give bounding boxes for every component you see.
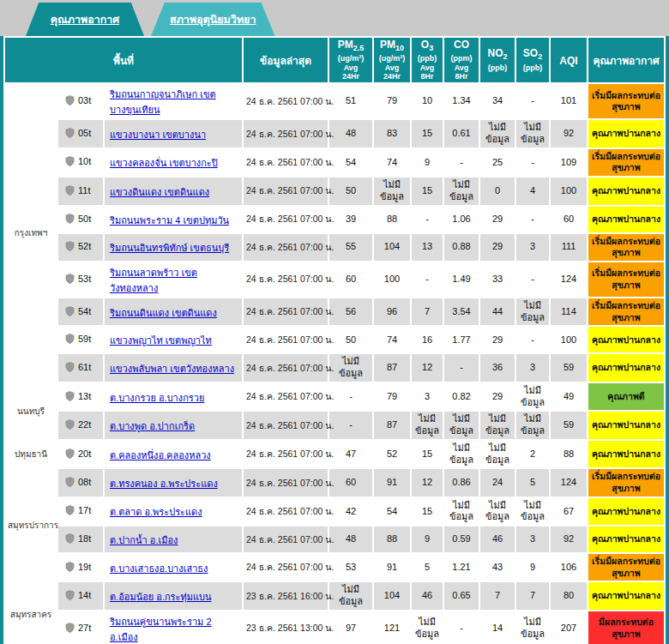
aqi-value: 92 [551, 120, 587, 147]
aqi-value: 59 [551, 412, 587, 439]
table-row: 10tแขวงคลองจั่น เขตบางกะปิ24 ธ.ค. 2561 0… [5, 149, 664, 176]
aqi-table: พื้นที่ ข้อมูลล่าสุด PM2.5 (ug/m³) Avg 2… [3, 36, 666, 644]
station-link[interactable]: แขวงพลับพลา เขตวังทองหลาง [110, 364, 234, 374]
air-quality-status: เริ่มมีผลกระทบต่อ สุขภาพ [588, 298, 664, 326]
no2-value: 7 [480, 582, 515, 610]
station-name-cell: ริมถนนอินทรพิทักษ์ เขตธนบุรี [105, 234, 242, 261]
latest-data-time: 24 ธ.ค. 2561 07:00 น. [244, 262, 328, 297]
co-value: - [444, 149, 479, 176]
station-link[interactable]: ต.บางกรวย อ.บางกรวย [110, 393, 204, 403]
station-link[interactable]: ต.คลองหนึ่งอ.คลองหลวง [110, 450, 211, 460]
station-shield-icon [64, 418, 75, 432]
station-shield-icon [64, 361, 75, 375]
station-link[interactable]: ริมถนนพระราม 4 เขตปทุมวัน [110, 215, 229, 226]
air-quality-status: คุณภาพปานกลาง [588, 498, 664, 526]
pm10-value: 121 [374, 611, 410, 644]
pm10-value: 96 [374, 298, 410, 326]
station-name-cell: ต.บางเสาธงอ.บางเสาธง [105, 554, 242, 581]
station-name-cell: แขวงพญาไท เขตพญาไท [105, 327, 242, 352]
station-id: 20t [78, 448, 91, 459]
o3-value: 15 [412, 498, 443, 526]
station-id-cell: 18t [58, 527, 103, 552]
aqi-value: 92 [551, 527, 587, 552]
station-link[interactable]: ต.บางเสาธงอ.บางเสาธง [110, 563, 208, 574]
aqi-value: 207 [551, 611, 587, 644]
so2-value: 3 [516, 527, 549, 552]
aqi-value: 59 [551, 354, 587, 382]
aqi-value: 49 [551, 383, 587, 411]
no2-value: 44 [480, 298, 515, 326]
station-link[interactable]: ริมถนนลาดพร้าว เขตวังทองหลาง [110, 268, 197, 293]
o3-value: - [412, 262, 443, 297]
latest-data-time: 24 ธ.ค. 2561 07:00 น. [244, 554, 328, 581]
station-shield-icon [64, 333, 75, 346]
col-header-aqi: AQI [551, 38, 587, 82]
station-link[interactable]: ริมถนนดินแดง เขตดินแดง [110, 308, 217, 318]
station-shield-icon [64, 184, 75, 198]
station-id: 54t [78, 306, 91, 316]
station-id: 27t [78, 623, 91, 633]
station-link[interactable]: ต.อ้อมน้อย อ.กระทุ่มแบน [110, 592, 212, 602]
station-link[interactable]: ต.บางพูด อ.ปากเกร็ด [110, 421, 195, 431]
air-quality-status: คุณภาพดี [588, 383, 664, 411]
station-id-cell: 53t [58, 262, 103, 297]
station-link[interactable]: แขวงบางนา เขตบางนา [110, 129, 206, 140]
co-value: 1.77 [444, 327, 479, 352]
station-link[interactable]: ต.ตลาด อ.พระประแดง [110, 507, 202, 517]
aqi-value: 124 [551, 469, 587, 496]
col-header-area: พื้นที่ [5, 38, 242, 82]
station-link[interactable]: แขวงดินแดง เขตดินแดง [110, 187, 209, 197]
pm25-value: 50 [329, 178, 372, 205]
latest-data-time: 24 ธ.ค. 2561 07:00 น. [244, 120, 328, 147]
table-body: กรุงเทพฯ03tริมถนนกาญจนาภิเษก เขตบางขุนเท… [5, 84, 664, 644]
aqi-value: 60 [551, 207, 587, 232]
station-link[interactable]: ริมถนนกาญจนาภิเษก เขตบางขุนเทียน [110, 89, 216, 115]
station-id-cell: 19t [58, 554, 103, 581]
station-link[interactable]: แขวงพญาไท เขตพญาไท [110, 335, 212, 346]
station-id: 52t [78, 241, 91, 251]
pm10-value: 91 [374, 469, 410, 496]
station-link[interactable]: ต.ทรงคนอง อ.พระประแดง [110, 478, 218, 489]
station-link[interactable]: ริมถนนอินทรพิทักษ์ เขตธนบุรี [110, 243, 229, 253]
station-id-cell: 17t [58, 498, 103, 526]
station-link[interactable]: ริมถนนคู่ขนานพระราม 2 อ.เมือง [110, 617, 212, 642]
air-quality-status: เริ่มมีผลกระทบต่อ สุขภาพ [588, 149, 664, 176]
no2-value: 36 [480, 354, 515, 382]
table-row: 11tแขวงดินแดง เขตดินแดง24 ธ.ค. 2561 07:0… [5, 178, 664, 205]
station-id: 53t [78, 274, 91, 284]
table-row: สมุทรสาคร14tต.อ้อมน้อย อ.กระทุ่มแบน23 ธ.… [5, 582, 664, 610]
station-name-cell: ต.คลองหนึ่งอ.คลองหลวง [105, 441, 242, 468]
station-id-cell: 13t [58, 383, 103, 411]
table-row: 59tแขวงพญาไท เขตพญาไท24 ธ.ค. 2561 07:00 … [5, 327, 664, 352]
station-shield-icon [64, 504, 75, 518]
station-id-cell: 11t [58, 178, 103, 205]
province-cell: ปทุมธานี [5, 441, 57, 468]
col-header-o3: O3 (ppb) Avg 8Hr [412, 38, 443, 82]
no2-value: 29 [480, 327, 515, 352]
pm10-value: 52 [374, 441, 410, 468]
no2-value: ไม่มี ข้อมูล [480, 412, 515, 439]
station-shield-icon [64, 622, 75, 635]
o3-value: ไม่มี ข้อมูล [412, 611, 443, 644]
station-link[interactable]: ต.ปากน้ำ อ.เมือง [110, 535, 178, 545]
o3-value: 15 [412, 120, 443, 147]
pm10-value: 74 [374, 149, 410, 176]
pm25-value: 54 [329, 149, 372, 176]
aqi-value: 124 [551, 262, 587, 297]
station-id-cell: 14t [58, 582, 103, 610]
so2-value: ไม่มี ข้อมูล [516, 611, 549, 644]
station-id-cell: 27t [58, 611, 103, 644]
pm25-value: 50 [329, 327, 372, 352]
aqi-value: 80 [551, 582, 587, 610]
o3-value: ไม่มี ข้อมูล [412, 412, 443, 439]
table-row: 52tริมถนนอินทรพิทักษ์ เขตธนบุรี24 ธ.ค. 2… [5, 234, 664, 261]
air-quality-page: คุณภาพอากาศ สภาพอุตุนิยมวิทยา พื้นที่ ข้… [0, 0, 669, 644]
tab-air-quality[interactable]: คุณภาพอากาศ [26, 3, 144, 36]
table-row: 22tต.บางพูด อ.ปากเกร็ด24 ธ.ค. 2561 07:00… [5, 412, 664, 439]
tab-meteorology[interactable]: สภาพอุตุนิยมวิทยา [151, 3, 274, 36]
col-header-quality: คุณภาพอากาศ [588, 38, 664, 82]
air-quality-status: คุณภาพปานกลาง [588, 327, 664, 352]
pm25-value: 60 [329, 469, 372, 496]
station-link[interactable]: แขวงคลองจั่น เขตบางกะปิ [110, 158, 218, 168]
table-row: 27tริมถนนคู่ขนานพระราม 2 อ.เมือง23 ธ.ค. … [5, 611, 664, 644]
